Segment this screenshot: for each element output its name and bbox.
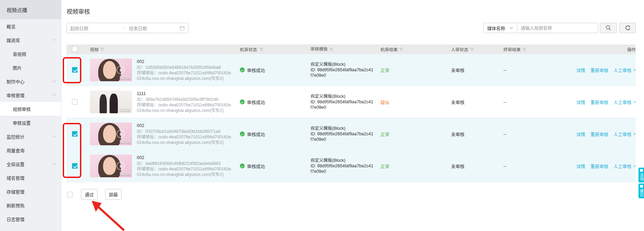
chevron-up-icon bbox=[53, 39, 56, 42]
duration-badge: 00:15 bbox=[120, 107, 130, 112]
approve-button[interactable]: 通过 bbox=[81, 189, 98, 200]
table-row: 00:15 002 ID：bed96163068c4fdb822d082aede… bbox=[67, 150, 636, 182]
sidebar-item-media-library[interactable]: 媒资库 bbox=[0, 33, 61, 47]
consult-tab[interactable]: 咨询 bbox=[638, 168, 644, 182]
sidebar-item-video-review[interactable]: 视频审核 bbox=[0, 102, 61, 116]
video-title: 002 bbox=[137, 123, 231, 128]
sidebar-item-images[interactable]: 图片 bbox=[0, 61, 61, 74]
edit-icon bbox=[640, 185, 643, 188]
sidebar-item-monitoring-stats[interactable]: 监控统计 bbox=[0, 129, 61, 143]
search-group: 媒体名称 bbox=[483, 23, 636, 33]
row-checkbox[interactable] bbox=[72, 163, 78, 169]
machine-result: 正常 bbox=[380, 68, 389, 73]
final-result: -- bbox=[503, 67, 507, 73]
manual-review-link[interactable]: 人工审核 bbox=[614, 99, 632, 105]
video-title: 1111 bbox=[137, 91, 231, 96]
block-button[interactable]: 屏蔽 bbox=[105, 189, 122, 200]
storage-address-line1: 存储地址：outin-4ea02076e71011e896d700163e bbox=[137, 166, 231, 172]
chevron-right-icon[interactable]: > bbox=[634, 100, 636, 104]
date-range-picker[interactable]: 起始日期 - 结束日期 bbox=[67, 23, 188, 33]
sidebar-item-log-management[interactable]: 日志管理 bbox=[0, 212, 61, 226]
table-row: 00:15 1111 ID：369a7b2485074f4a9d2505e3ff… bbox=[67, 86, 636, 118]
video-review-table: 视频 机审状态 审核模板 机审结果 人审状态 终审结果 操作 00:15 002… bbox=[67, 44, 636, 182]
chevron-right-icon[interactable]: > bbox=[634, 132, 636, 136]
sidebar-item-domain-management[interactable]: 域名管理 bbox=[0, 171, 61, 185]
filter-icon[interactable] bbox=[522, 48, 526, 51]
manual-review-link[interactable]: 人工审核 bbox=[614, 163, 632, 169]
storage-address-line2: 024c6a.oss-cn-shanghai.aliyuncs.com(华东2) bbox=[137, 108, 231, 113]
filter-icon[interactable] bbox=[259, 48, 263, 51]
video-title: 002 bbox=[137, 155, 231, 160]
detail-link[interactable]: 详情 bbox=[576, 163, 585, 169]
select-all-checkbox[interactable] bbox=[72, 46, 78, 52]
filter-icon[interactable] bbox=[399, 48, 403, 51]
duration-badge: 00:15 bbox=[120, 75, 130, 80]
machine-status: 审核成功 bbox=[247, 99, 265, 105]
video-thumbnail[interactable]: 00:15 bbox=[90, 123, 132, 145]
sidebar-item-refresh-prefetch[interactable]: 刷新预热 bbox=[0, 198, 61, 212]
template-id-line1: ID: 98d95f5e2654faf9aa7ba2c41 bbox=[310, 67, 380, 73]
sidebar-item-review-settings[interactable]: 审核设置 bbox=[0, 116, 61, 129]
batch-select-checkbox[interactable] bbox=[67, 192, 73, 197]
manual-review-link[interactable]: 人工审核 bbox=[614, 67, 632, 73]
chevron-down-icon bbox=[53, 134, 56, 138]
play-icon[interactable] bbox=[116, 162, 125, 170]
re-review-link[interactable]: 重新审核 bbox=[591, 99, 609, 105]
sidebar-item-global-settings[interactable]: 全局设置 bbox=[0, 157, 61, 171]
feedback-widget: 咨询 建议 bbox=[638, 168, 644, 199]
row-checkbox[interactable] bbox=[72, 67, 78, 73]
sidebar-item-overview[interactable]: 概览 bbox=[0, 19, 61, 33]
filter-icon[interactable] bbox=[329, 48, 333, 51]
machine-result: 正常 bbox=[380, 164, 389, 169]
re-review-link[interactable]: 重新审核 bbox=[591, 163, 609, 169]
start-date-field[interactable]: 起始日期 bbox=[70, 25, 123, 31]
storage-address-line1: 存储地址：outin-4ea02076e71011e896d700163e bbox=[137, 102, 231, 108]
filter-icon[interactable] bbox=[100, 48, 104, 51]
final-result: -- bbox=[503, 132, 507, 137]
template-name: 自定义模版(Block) bbox=[310, 126, 380, 131]
storage-address-line2: 024c6a.oss-cn-shanghai.aliyuncs.com(华东2) bbox=[137, 172, 231, 177]
refresh-button[interactable] bbox=[620, 23, 636, 33]
video-id: ID：369a7b2485074f4a9d2505e3ff7902d0 bbox=[137, 97, 231, 102]
main-content: 视频审核 起始日期 - 结束日期 媒体名称 视频 机审状态 审核模板 机审结果 … bbox=[61, 0, 644, 231]
re-review-link[interactable]: 重新审核 bbox=[591, 131, 609, 137]
sidebar-item-production-center[interactable]: 制作中心 bbox=[0, 74, 61, 88]
storage-address-line2: 024c6a.oss-cn-shanghai.aliyuncs.com(华东2) bbox=[137, 76, 231, 81]
sidebar-title: 视频点播 bbox=[0, 0, 61, 19]
sidebar-item-review-management[interactable]: 审核管理 bbox=[0, 88, 61, 102]
play-icon[interactable] bbox=[116, 66, 125, 74]
row-checkbox[interactable] bbox=[72, 99, 78, 105]
manual-review-link[interactable]: 人工审核 bbox=[614, 131, 632, 137]
sidebar-item-storage-management[interactable]: 存储管理 bbox=[0, 185, 61, 198]
storage-address-line1: 存储地址：outin-4ea02076e71011e896d700163e bbox=[137, 70, 231, 76]
human-status: 未审核 bbox=[451, 164, 464, 169]
date-separator: - bbox=[123, 25, 124, 31]
sidebar-item-audio-video[interactable]: 音视频 bbox=[0, 47, 61, 61]
search-button[interactable] bbox=[600, 23, 617, 33]
filter-icon[interactable] bbox=[470, 48, 474, 51]
chevron-right-icon[interactable]: > bbox=[634, 164, 636, 168]
detail-link[interactable]: 详情 bbox=[576, 99, 585, 105]
template-id-line2: f7e09e0 bbox=[310, 169, 380, 174]
consult-label: 咨询 bbox=[639, 173, 644, 181]
suggest-tab[interactable]: 建议 bbox=[638, 183, 644, 198]
duration-badge: 00:15 bbox=[120, 139, 130, 144]
template-id-line2: f7e09e0 bbox=[310, 105, 380, 110]
video-thumbnail[interactable]: 00:15 bbox=[90, 91, 132, 113]
play-icon[interactable] bbox=[116, 130, 125, 138]
sidebar: 视频点播 概览 媒资库 音视频 图片 制作中心 审核管理 视频审核 审核设置 监… bbox=[0, 0, 61, 231]
detail-link[interactable]: 详情 bbox=[576, 131, 585, 137]
video-thumbnail[interactable]: 00:15 bbox=[90, 155, 132, 177]
re-review-link[interactable]: 重新审核 bbox=[591, 67, 609, 73]
detail-link[interactable]: 详情 bbox=[576, 67, 585, 73]
human-status: 未审核 bbox=[451, 100, 464, 105]
sidebar-item-usage-query[interactable]: 用量查询 bbox=[0, 143, 61, 157]
chevron-right-icon[interactable]: > bbox=[634, 68, 636, 72]
template-name: 自定义模版(Block) bbox=[310, 158, 380, 163]
row-checkbox[interactable] bbox=[72, 131, 78, 137]
video-name-input[interactable] bbox=[517, 23, 598, 33]
end-date-field[interactable]: 结束日期 bbox=[129, 25, 180, 31]
video-thumbnail[interactable]: 00:15 bbox=[90, 59, 132, 81]
media-name-select[interactable]: 媒体名称 bbox=[483, 23, 517, 33]
success-check-icon bbox=[240, 132, 245, 136]
